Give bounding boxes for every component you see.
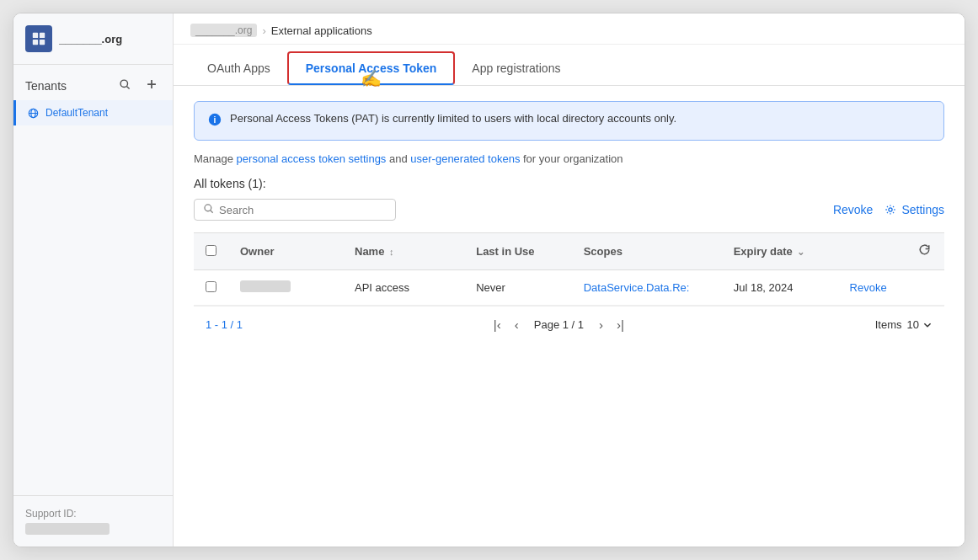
info-banner-text: Personal Access Tokens (PAT) is currentl…	[230, 112, 676, 125]
svg-point-13	[205, 205, 211, 211]
tenant-name: DefaultTenant	[45, 107, 108, 119]
expiry-sort-icon: ⌄	[797, 247, 804, 257]
info-icon: i	[208, 113, 222, 130]
column-name[interactable]: Name ↕	[343, 233, 464, 270]
revoke-button[interactable]: Revoke	[833, 203, 873, 216]
row-expiry-cell: Jul 18, 2024	[722, 270, 838, 306]
tab-oauth-apps[interactable]: OAuth Apps	[190, 53, 287, 85]
chevron-down-icon	[922, 320, 933, 330]
manage-link-text: Manage personal access token settings an…	[194, 152, 944, 165]
search-input[interactable]	[219, 204, 387, 216]
search-icon	[203, 203, 214, 216]
tenants-nav-row: Tenants	[13, 65, 173, 100]
search-box[interactable]	[194, 199, 396, 221]
items-label: Items	[875, 318, 902, 331]
column-scopes: Scopes	[572, 233, 722, 270]
row-last-use-cell: Never	[464, 270, 571, 306]
svg-point-15	[889, 208, 892, 211]
content-area: i Personal Access Tokens (PAT) is curren…	[174, 86, 965, 547]
all-tokens-label: All tokens (1):	[194, 177, 944, 190]
page-range: 1 - 1 / 1	[206, 318, 243, 331]
row-scopes-cell: DataService.Data.Re:	[572, 270, 722, 306]
svg-rect-3	[40, 40, 45, 45]
owner-avatar	[240, 280, 291, 292]
org-name: _______.org	[59, 33, 122, 45]
row-action-cell[interactable]: Revoke	[838, 270, 905, 306]
last-page-button[interactable]: ›|	[612, 315, 629, 334]
next-page-button[interactable]: ›	[594, 315, 608, 334]
breadcrumb-org[interactable]: _______.org	[190, 24, 257, 37]
pagination-bar: 1 - 1 / 1 |‹ ‹ Page 1 / 1 › ›| Items 10	[194, 306, 944, 343]
svg-rect-0	[33, 33, 38, 38]
personal-access-token-settings-link[interactable]: personal access token settings	[237, 152, 387, 165]
items-control: Items 10	[875, 318, 933, 331]
toolbar: Revoke Settings	[194, 199, 944, 221]
org-logo-icon	[25, 25, 52, 52]
column-actions	[838, 233, 905, 270]
sidebar-header: _______.org	[13, 13, 173, 65]
row-extra-cell	[905, 270, 944, 306]
svg-rect-2	[33, 40, 38, 45]
select-all-checkbox[interactable]	[206, 245, 216, 256]
row-checkbox-cell[interactable]	[194, 270, 228, 306]
user-generated-tokens-link[interactable]: user-generated tokens	[410, 152, 520, 165]
tokens-table: Owner Name ↕ Last in Use Scopes	[194, 232, 944, 306]
name-sort-icon: ↕	[389, 247, 394, 257]
support-id-value	[25, 523, 110, 535]
svg-text:i: i	[214, 115, 216, 125]
column-expiry[interactable]: Expiry date ⌄	[722, 233, 838, 270]
row-name-cell: API access	[343, 270, 464, 306]
sidebar-item-default-tenant[interactable]: DefaultTenant	[13, 100, 173, 125]
column-owner: Owner	[228, 233, 343, 270]
refresh-button[interactable]	[917, 242, 933, 261]
table-row: API access Never DataService.Data.Re: Ju…	[194, 270, 944, 306]
column-checkbox	[194, 233, 228, 270]
tabs-bar: OAuth Apps Personal Access Token ✍ App r…	[174, 51, 965, 86]
breadcrumb-separator: ›	[262, 24, 265, 37]
search-tenants-button[interactable]	[115, 77, 134, 95]
settings-button[interactable]: Settings	[884, 203, 944, 216]
gear-icon	[884, 204, 896, 216]
main-content: _______.org › External applications OAut…	[174, 13, 965, 547]
column-refresh	[905, 233, 944, 270]
add-tenant-button[interactable]	[142, 77, 161, 95]
support-id-label: Support ID:	[25, 508, 161, 520]
row-select-checkbox[interactable]	[206, 281, 216, 292]
first-page-button[interactable]: |‹	[489, 315, 506, 334]
svg-line-14	[211, 211, 213, 213]
breadcrumb: _______.org › External applications	[174, 13, 965, 45]
row-owner-cell	[228, 270, 343, 306]
breadcrumb-current: External applications	[271, 24, 372, 37]
svg-point-4	[120, 80, 127, 87]
support-section: Support ID:	[13, 495, 173, 547]
toolbar-actions: Revoke Settings	[833, 203, 944, 216]
svg-line-5	[126, 86, 129, 88]
tab-personal-access-token[interactable]: Personal Access Token ✍	[287, 51, 456, 85]
items-per-page-selector[interactable]: 10	[907, 318, 933, 331]
prev-page-button[interactable]: ‹	[510, 315, 524, 334]
tenants-label: Tenants	[25, 79, 107, 93]
page-nav: |‹ ‹ Page 1 / 1 › ›|	[489, 315, 629, 334]
table-header-row: Owner Name ↕ Last in Use Scopes	[194, 233, 944, 270]
info-banner: i Personal Access Tokens (PAT) is curren…	[194, 101, 944, 141]
column-last-use: Last in Use	[464, 233, 571, 270]
tab-app-registrations[interactable]: App registrations	[455, 53, 577, 85]
page-label: Page 1 / 1	[527, 318, 591, 331]
sidebar: _______.org Tenants	[13, 13, 174, 547]
settings-label: Settings	[901, 203, 944, 216]
row-revoke-link[interactable]: Revoke	[850, 281, 887, 294]
svg-rect-1	[40, 33, 45, 38]
